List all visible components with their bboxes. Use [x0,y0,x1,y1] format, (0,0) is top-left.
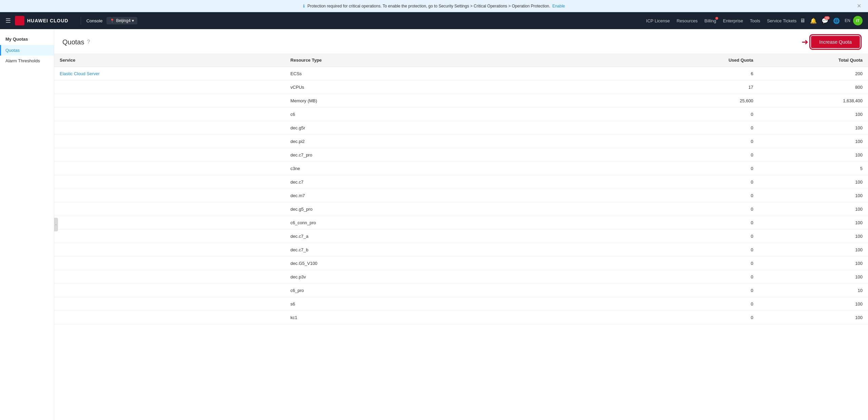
col-header-total: Total Quota [759,54,868,67]
cell-service [54,148,285,162]
region-name: Beijing4 [116,18,131,23]
cell-total-quota: 800 [759,81,868,94]
content-area: Quotas ? ➜ Increase Quota Service Resour… [54,29,868,420]
bell-icon[interactable]: 🔔 [810,18,817,24]
col-header-service: Service [54,54,285,67]
cell-service [54,175,285,189]
sidebar-collapse-btn[interactable]: ‹ [54,218,58,231]
sidebar-section-title: My Quotas [0,35,54,44]
cell-used-quota: 0 [637,243,758,257]
cell-total-quota: 100 [759,203,868,216]
cell-total-quota: 100 [759,189,868,203]
cell-total-quota: 100 [759,257,868,270]
table-row: dec.c7_b0100 [54,243,868,257]
page-title: Quotas [62,38,84,46]
resources-link[interactable]: Resources [676,18,697,23]
cell-service [54,203,285,216]
cell-resource-type: dec.c7 [285,175,637,189]
menu-toggle-btn[interactable]: ☰ [5,17,11,24]
cell-total-quota: 100 [759,270,868,284]
tools-link[interactable]: Tools [750,18,760,23]
cell-service [54,284,285,297]
lang-label[interactable]: EN [845,18,850,23]
cell-used-quota: 0 [637,121,758,135]
billing-notification-dot [715,17,718,20]
cell-used-quota: 0 [637,189,758,203]
table-row: dec.p3v0100 [54,270,868,284]
billing-link[interactable]: Billing [705,18,716,23]
sidebar: My Quotas Quotas Alarm Thresholds ‹ [0,29,54,420]
cell-resource-type: vCPUs [285,81,637,94]
table-row: dec.g5_pro0100 [54,203,868,216]
enable-link[interactable]: Enable [552,4,565,8]
icp-license-link[interactable]: ICP License [646,18,670,23]
table-row: dec.pi20100 [54,135,868,148]
cell-resource-type: dec.G5_V100 [285,257,637,270]
sidebar-item-alarm-thresholds[interactable]: Alarm Thresholds [0,56,54,66]
message-icon[interactable]: 💬 99 [822,18,828,24]
cell-total-quota: 100 [759,230,868,243]
cell-resource-type: dec.g5_pro [285,203,637,216]
cell-service [54,94,285,108]
globe-icon[interactable]: 🌐 [833,18,840,24]
table-row: Memory (MB)25,6001,638,400 [54,94,868,108]
cell-used-quota: 0 [637,108,758,121]
col-header-resource: Resource Type [285,54,637,67]
cell-service [54,243,285,257]
cell-total-quota: 10 [759,284,868,297]
cell-total-quota: 100 [759,216,868,230]
table-row: s60100 [54,297,868,311]
cell-used-quota: 0 [637,311,758,324]
increase-quota-button[interactable]: Increase Quota [811,36,860,48]
svg-marker-0 [17,18,23,23]
logo-area: HUAWEI CLOUD [15,16,68,25]
info-icon: ℹ [303,4,305,8]
cell-resource-type: c6_conn_pro [285,216,637,230]
close-notification-btn[interactable]: ✕ [857,3,861,9]
screen-icon[interactable]: 🖥 [800,18,805,24]
cell-resource-type: Memory (MB) [285,94,637,108]
cell-used-quota: 0 [637,175,758,189]
cell-resource-type: ECSs [285,67,637,81]
top-navigation: ☰ HUAWEI CLOUD Console 📍 Beijing4 ▾ ICP … [0,12,868,29]
cell-used-quota: 0 [637,216,758,230]
cell-used-quota: 0 [637,284,758,297]
notification-text: Protection required for critical operati… [308,4,550,8]
sidebar-item-quotas[interactable]: Quotas [0,45,54,56]
cell-resource-type: kc1 [285,311,637,324]
service-tickets-link[interactable]: Service Tickets [767,18,796,23]
table-row: dec.c7_pro0100 [54,148,868,162]
cell-total-quota: 100 [759,175,868,189]
table-row: c60100 [54,108,868,121]
cell-total-quota: 100 [759,297,868,311]
table-row: dec.c70100 [54,175,868,189]
cell-total-quota: 100 [759,121,868,135]
region-selector[interactable]: 📍 Beijing4 ▾ [106,17,137,24]
cell-total-quota: 100 [759,243,868,257]
brand-name: HUAWEI CLOUD [27,18,68,23]
cell-total-quota: 100 [759,135,868,148]
cell-used-quota: 25,600 [637,94,758,108]
user-avatar-area[interactable]: IT [853,16,863,25]
help-icon[interactable]: ? [87,39,90,45]
enterprise-link[interactable]: Enterprise [723,18,743,23]
quota-table: Service Resource Type Used Quota Total Q… [54,54,868,324]
cell-service [54,81,285,94]
page-header: Quotas ? ➜ Increase Quota [54,29,868,54]
cell-total-quota: 1,638,400 [759,94,868,108]
cell-service [54,121,285,135]
cell-resource-type: dec.m7 [285,189,637,203]
cell-resource-type: c6_pro [285,284,637,297]
cell-service [54,230,285,243]
cell-used-quota: 17 [637,81,758,94]
console-link[interactable]: Console [86,18,103,23]
cell-service [54,162,285,175]
cell-service [54,135,285,148]
table-row: dec.g5r0100 [54,121,868,135]
cell-resource-type: dec.c7_b [285,243,637,257]
cell-total-quota: 5 [759,162,868,175]
col-header-used: Used Quota [637,54,758,67]
cell-used-quota: 0 [637,162,758,175]
cell-used-quota: 0 [637,297,758,311]
cell-service: Elastic Cloud Server [54,67,285,81]
